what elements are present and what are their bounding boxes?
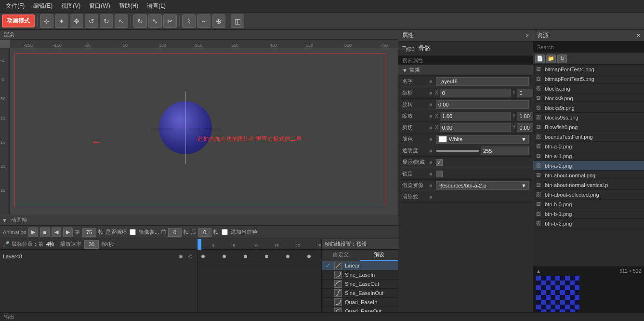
canvas-area[interactable]: -250 -150 -50 50 150 250 350 450 550 650… (0, 40, 398, 215)
props-section-header: ▼ 常规 (398, 65, 533, 76)
loop-checkbox[interactable] (130, 229, 136, 235)
menu-window[interactable]: 窗口(W) (85, 1, 114, 11)
layer-row-layer48[interactable]: Layer48 ◉ ◎ (0, 250, 197, 263)
prop-lock-checkbox[interactable] (436, 171, 443, 177)
frame-input[interactable] (82, 228, 96, 237)
res-folder-btn[interactable]: 📁 (546, 54, 556, 63)
menu-lang[interactable]: 语言(L) (143, 1, 170, 11)
easing-linear[interactable]: ✓ Linear (322, 261, 398, 270)
prop-rot-dot: ■ (429, 102, 433, 107)
tab-preset[interactable]: 预设 (360, 250, 399, 261)
svg-rect-33 (575, 305, 579, 309)
easing-sine-easeinout[interactable]: Sine_EaseInOut (322, 289, 398, 298)
props-close-btn[interactable]: × (526, 32, 529, 39)
add-frame-checkbox[interactable] (222, 229, 228, 235)
prop-color-dropdown[interactable]: White ▼ (436, 135, 529, 144)
res-icon-9: 🖼 (536, 153, 543, 159)
res-file-btn[interactable]: 📄 (535, 54, 545, 63)
res-item-8[interactable]: 🖼 btn-a-0.png (533, 142, 644, 151)
playhead[interactable] (197, 239, 201, 250)
res-item-0[interactable]: 🖼 bitmapFontTest4.png (533, 65, 644, 74)
playback-input[interactable] (84, 240, 99, 249)
easing-sine-easein-check (325, 271, 331, 278)
transform-tool-button[interactable]: ✦ (55, 14, 68, 28)
cut-tool-button[interactable]: ✂ (163, 14, 177, 28)
easing-sine-easeout[interactable]: Sine_EaseOut (322, 280, 398, 289)
tab-custom[interactable]: 自定义 (322, 250, 360, 261)
res-item-4[interactable]: 🖼 blocks9r.png (533, 103, 644, 113)
res-label-2: blocks.png (545, 86, 641, 92)
timeline-track-row-layer48[interactable] (197, 250, 321, 263)
play-button[interactable]: ▶ (28, 227, 38, 237)
res-item-9[interactable]: 🖼 btn-a-1.png (533, 151, 644, 161)
redo-button[interactable]: ↻ (100, 14, 113, 28)
menu-help[interactable]: 帮助(H) (115, 1, 143, 11)
prop-opacity-input[interactable] (481, 147, 529, 155)
svg-rect-17 (551, 290, 555, 295)
resources-close-btn[interactable]: × (637, 32, 640, 39)
res-item-5[interactable]: 🖼 blocks9ss.png (533, 113, 644, 122)
next-button[interactable]: ▶ (63, 227, 73, 237)
prop-pos-x-input[interactable] (440, 89, 511, 97)
undo-button[interactable]: ↺ (85, 14, 98, 28)
menu-file[interactable]: 文件(F) (2, 1, 28, 11)
menu-edit[interactable]: 编辑(E) (29, 1, 56, 11)
props-type-row: Type 骨骼 (398, 41, 533, 56)
res-label-9: btn-a-1.png (545, 153, 641, 159)
rotate-tool-button[interactable]: ↻ (133, 14, 147, 28)
res-item-10[interactable]: 🖼 btn-a-2.png (533, 161, 644, 171)
scale-tool-button[interactable]: ⤡ (148, 14, 162, 28)
props-search-input[interactable] (398, 56, 533, 65)
res-item-2[interactable]: 🖼 blocks.png (533, 84, 644, 94)
res-item-15[interactable]: 🖼 btn-b-1.png (533, 209, 644, 219)
move-tool-button[interactable]: ✥ (70, 14, 83, 28)
prev-frame-input[interactable] (168, 228, 182, 237)
warp-tool-button[interactable]: ⌁ (197, 14, 210, 28)
anim-mode-button[interactable]: 动画模式 (2, 14, 35, 27)
res-item-6[interactable]: 🖼 Blowfish0.png (533, 122, 644, 132)
res-item-12[interactable]: 🖼 btn-about-normal-vertical.p (533, 180, 644, 190)
opacity-slider[interactable] (436, 150, 479, 152)
svg-rect-26 (551, 300, 555, 305)
layer-eye-icon[interactable]: ◎ (186, 253, 194, 260)
prop-rot-input[interactable] (436, 100, 529, 109)
prop-visibility-checkbox[interactable]: ✓ (436, 159, 443, 166)
res-item-7[interactable]: 🖼 boundsTestFont.png (533, 132, 644, 142)
prop-scale-x-input[interactable] (440, 112, 511, 120)
next-frame-input[interactable] (198, 228, 211, 237)
res-item-16[interactable]: 🖼 btn-b-2.png (533, 219, 644, 228)
collapse-btn[interactable]: ▼ (2, 217, 7, 223)
path-tool-button[interactable]: ⌇ (182, 14, 196, 28)
layer-info: 🎤 鼠标位置：第 4帧 播放速率 帧/秒 (0, 239, 197, 250)
prop-skew-x-input[interactable] (440, 123, 511, 132)
keyframe-3[interactable] (265, 254, 268, 258)
select-tool-button[interactable]: ⊹ (40, 14, 53, 28)
capture-tool-button[interactable]: ◫ (231, 14, 244, 28)
res-item-1[interactable]: 🖼 bitmapFontTest5.png (533, 74, 644, 84)
ball-object[interactable] (159, 101, 212, 154)
easing-quad-easein[interactable]: Quad_EaseIn (322, 298, 398, 307)
menu-view[interactable]: 视图(V) (57, 1, 84, 11)
keyframe-1[interactable] (223, 254, 226, 258)
pin-tool-button[interactable]: ⊕ (212, 14, 225, 28)
keyframe-4[interactable] (286, 254, 289, 258)
res-item-13[interactable]: 🖼 btn-about-selected.png (533, 190, 644, 200)
easing-sine-easein[interactable]: Sine_EaseIn (322, 270, 398, 280)
resources-search-input[interactable] (533, 41, 644, 53)
res-item-11[interactable]: 🖼 btn-about-normal.png (533, 171, 644, 180)
keyframe-2[interactable] (244, 254, 247, 258)
prop-name-input[interactable] (436, 77, 529, 86)
stop-button[interactable]: ■ (40, 227, 50, 237)
layer-lock-icon[interactable]: ◉ (177, 253, 184, 260)
res-item-3[interactable]: 🖼 blocks9.png (533, 94, 644, 103)
res-refresh-btn[interactable]: ↻ (557, 54, 567, 63)
easing-sine-easeout-label: Sine_EaseOut (345, 281, 379, 287)
res-item-14[interactable]: 🖼 btn-b-0.png (533, 200, 644, 209)
keyframe-0[interactable] (201, 254, 205, 258)
prev-button[interactable]: ◀ (52, 227, 61, 237)
prop-rendersrc-dropdown[interactable]: Resources/btn-a-2.p ▼ (436, 181, 529, 190)
res-icon-10: 🖼 (536, 163, 543, 168)
timeline-tracks[interactable]: 0 5 10 15 20 25 30 35 40 45 50 (197, 239, 321, 316)
cursor-button[interactable]: ↖ (115, 14, 128, 28)
keyframe-5[interactable] (307, 254, 311, 258)
